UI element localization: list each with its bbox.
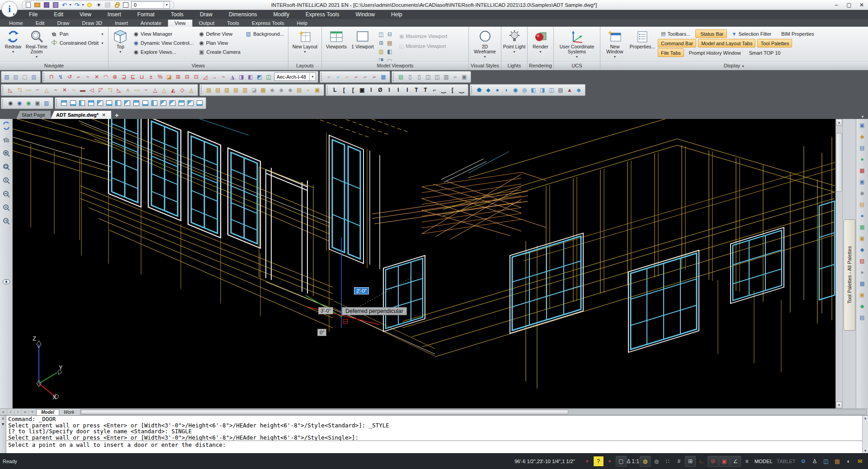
viewport-tool-icon[interactable]: ▯	[415, 72, 424, 81]
lamp-on-toggle[interactable]: ◍	[640, 456, 651, 467]
color-swatch-button[interactable]	[122, 1, 130, 9]
toolbar-icon[interactable]: ▢	[20, 72, 29, 81]
solid-tool-icon[interactable]: ●	[493, 85, 502, 95]
roof-tool-icon[interactable]: ∧	[123, 85, 132, 95]
wall-symbol-icon[interactable]: L	[330, 85, 340, 95]
stair-tool-icon[interactable]: ▤	[231, 85, 241, 95]
palette-tool-icon[interactable]: ◆	[858, 132, 867, 141]
dimension-tool-icon[interactable]: ◧	[246, 72, 255, 81]
cascade-windows-icon[interactable]: ▤	[832, 456, 843, 467]
define-view-item[interactable]: ◉Define View	[196, 29, 243, 38]
toolbar-grip[interactable]	[327, 86, 329, 94]
scroll-thumb[interactable]	[836, 133, 842, 192]
roof-tool-icon[interactable]: ◹	[15, 85, 24, 95]
scroll-up-icon[interactable]: ▲	[836, 119, 842, 126]
plan-view-item[interactable]: ◉Plan View	[196, 38, 243, 47]
wall-symbol-icon[interactable]: I	[403, 85, 412, 95]
horizontal-scrollbar[interactable]	[80, 409, 867, 415]
wall-symbol-icon[interactable]: T	[421, 85, 430, 95]
redraw-button[interactable]: Redraw▼	[1, 28, 25, 54]
dimension-tool-icon[interactable]: ⊕	[110, 72, 119, 81]
stair-tool-icon[interactable]: ▤	[204, 85, 213, 95]
close-button[interactable]: ✕	[855, 0, 868, 9]
viewport-tool-icon[interactable]: ▣	[460, 72, 469, 81]
solid-tool-icon[interactable]: ◨	[538, 85, 547, 95]
palette-tool-icon[interactable]: ▤	[858, 143, 867, 152]
viewport-layout-icon[interactable]: ▤	[386, 39, 394, 47]
palette-tool-icon[interactable]: ▤	[858, 313, 867, 322]
dimension-tool-icon[interactable]: →	[210, 72, 219, 81]
standard-view-cube-icon[interactable]	[160, 100, 166, 106]
status-bar-toggle[interactable]: Status Bar	[695, 29, 726, 38]
coordinates-readout[interactable]: 96'-6 1/2",23'-10 1/4",1 1/2"	[514, 459, 575, 464]
next-layout-button[interactable]: ›	[14, 409, 22, 415]
standard-view-cube-icon[interactable]	[88, 100, 94, 106]
standard-view-cube-icon[interactable]	[133, 100, 139, 106]
toolbars-button[interactable]: ▤Toolbars...	[658, 29, 693, 38]
dynamic-dim-width[interactable]: 2'-0"	[354, 287, 369, 294]
roof-tool-icon[interactable]: △	[151, 85, 160, 95]
realtime-zoom-button[interactable]: Real-Time Zoom▼	[25, 28, 48, 59]
layer-combobox[interactable]: 0▼	[131, 1, 170, 9]
toolbar-grip[interactable]	[2, 86, 4, 94]
wall-tool-icon[interactable]: ▦	[379, 72, 388, 81]
smart-top10-button[interactable]: Smart TOP 10	[746, 48, 784, 57]
esnap-hint-toggle[interactable]: ?	[593, 456, 604, 467]
tab-home[interactable]: Home	[3, 20, 29, 27]
viewport-tool-icon[interactable]: ▥	[442, 72, 451, 81]
stair-tool-icon[interactable]: ▥	[241, 85, 250, 95]
tab-start-page[interactable]: Start Page	[16, 111, 51, 119]
wall-symbol-icon[interactable]: ‿	[457, 85, 466, 95]
close-tab-icon[interactable]: ✕	[102, 112, 106, 118]
grid-dots-toggle[interactable]: ∷	[662, 456, 673, 467]
roof-tool-icon[interactable]: △	[42, 85, 51, 95]
undo-caret-icon[interactable]: ▼	[69, 3, 72, 6]
dynamic-dim-zero[interactable]: 0"	[317, 329, 326, 336]
menu-draw[interactable]: Draw	[192, 11, 221, 18]
settings-gear-icon[interactable]: ⚙	[798, 456, 809, 467]
standard-view-cube-icon[interactable]	[106, 100, 112, 106]
command-bar-toggle[interactable]: Command Bar	[658, 39, 696, 47]
tool-palettes-toggle[interactable]: Tool Palettes	[757, 39, 792, 47]
tablet-button[interactable]: TABLET	[775, 456, 797, 467]
tab-draw-3d[interactable]: Draw 3D	[75, 20, 108, 27]
viewport-tool-icon[interactable]: ◫	[433, 72, 442, 81]
standard-view-cube-icon[interactable]	[188, 100, 193, 106]
standard-view-cube-icon[interactable]	[70, 100, 76, 106]
wall-tool-icon[interactable]: ⌐	[370, 72, 379, 81]
roof-tool-icon[interactable]: ◺	[114, 85, 123, 95]
add-layout-button[interactable]: +	[29, 409, 36, 415]
viewport-tool-icon[interactable]: ◫	[424, 72, 433, 81]
point-light-button[interactable]: Point Light▼	[503, 28, 526, 54]
tab-view[interactable]: View	[168, 19, 193, 27]
group-label-display[interactable]: Display ▼	[600, 61, 868, 70]
redo-button[interactable]: ↷	[73, 1, 81, 9]
new-layout-button[interactable]: New Layout▼	[292, 28, 318, 54]
dimension-tool-icon[interactable]: ⊞	[174, 72, 183, 81]
dynamic-dim-height[interactable]: 3'-0"	[318, 307, 333, 314]
tab-adt-sample[interactable]: ADT Sample.dwg*✕	[51, 111, 111, 119]
vertical-scrollbar[interactable]: ▲ ▼	[835, 119, 842, 408]
dimension-tool-icon[interactable]: ⊟	[183, 72, 192, 81]
viewport-layout-icon[interactable]: ◧	[386, 47, 394, 56]
drawing-viewport[interactable]: 2'-0" 3'-0" Deferred perpendicular 0" Z …	[13, 119, 835, 408]
menu-tools[interactable]: Tools	[163, 11, 192, 18]
dynamic-view-icon[interactable]: ◉	[15, 99, 24, 108]
new-tab-button[interactable]: +	[111, 112, 122, 119]
info-circle-icon[interactable]: ◐	[843, 456, 854, 467]
selection-window-toggle[interactable]: ▢	[616, 456, 627, 467]
dim-style-combobox[interactable]: Aec-Arch-I-48▼	[274, 72, 316, 81]
pan-button[interactable]: Pan▼	[48, 29, 107, 38]
viewport-layout-icon[interactable]: ▥	[377, 47, 385, 56]
menu-view[interactable]: View	[71, 11, 99, 18]
model-layout-tabs-toggle[interactable]: Model and Layout Tabs	[698, 39, 756, 47]
save-as-button[interactable]	[52, 1, 59, 9]
background-icon[interactable]: ▨	[42, 99, 51, 108]
palette-tool-icon[interactable]: ▣	[858, 290, 867, 299]
roof-tool-icon[interactable]: ◇	[178, 85, 187, 95]
view-manager-item[interactable]: ◉View Manager	[131, 29, 197, 38]
roof-tool-icon[interactable]: ▬	[78, 85, 87, 95]
prompt-history-button[interactable]: Prompt History Window	[686, 48, 744, 57]
dimension-tool-icon[interactable]: ⊓	[47, 72, 56, 81]
render-button[interactable]: Render▼	[529, 28, 552, 54]
